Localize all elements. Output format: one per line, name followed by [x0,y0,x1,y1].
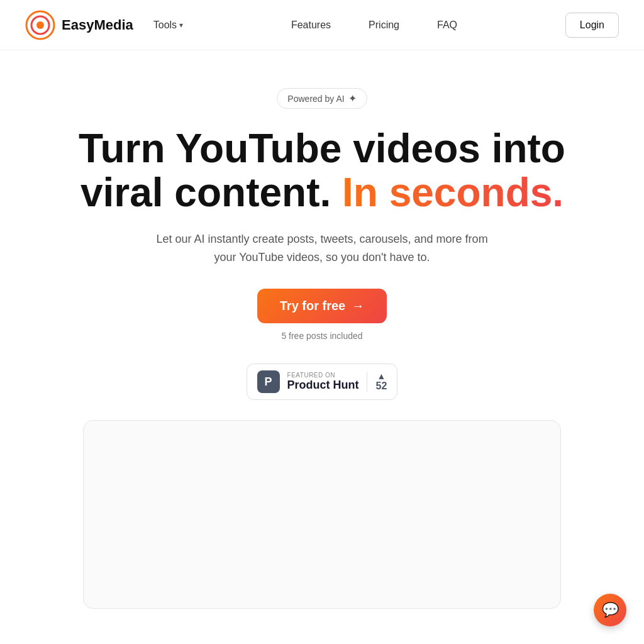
product-hunt-badge[interactable]: P FEATURED ON Product Hunt ▲ 52 [247,364,398,400]
hero-section: Powered by AI ✦ Turn YouTube videos into… [0,50,644,634]
brand-name: EasyMedia [62,17,133,33]
hero-title: Turn YouTube videos into viral content. … [79,126,565,215]
hero-title-gradient: In seconds. [331,170,564,215]
nav-pricing[interactable]: Pricing [369,19,399,31]
login-button[interactable]: Login [565,13,619,38]
chevron-down-icon: ▾ [179,21,183,30]
chat-icon: 💬 [602,602,619,618]
powered-label: Powered by AI [287,94,344,104]
try-btn-label: Try for free [280,299,345,313]
vote-count: 52 [376,380,387,392]
free-posts-label: 5 free posts included [281,331,362,341]
product-hunt-votes: ▲ 52 [367,372,387,392]
product-hunt-logo: P [257,370,280,393]
sparkle-icon: ✦ [348,92,357,104]
navbar: EasyMedia Tools ▾ Features Pricing FAQ L… [0,0,644,50]
hero-title-static: viral content. [80,170,331,215]
svg-point-2 [36,21,44,29]
nav-faq[interactable]: FAQ [437,19,457,31]
hero-subtitle: Let our AI instantly create posts, tweet… [146,230,498,267]
nav-features[interactable]: Features [291,19,331,31]
hero-title-line1: Turn YouTube videos into [79,126,565,171]
try-for-free-button[interactable]: Try for free → [257,289,387,323]
product-hunt-text: FEATURED ON Product Hunt [287,372,359,392]
product-hunt-letter: P [265,375,272,389]
nav-links: Features Pricing FAQ [291,19,457,31]
tools-label: Tools [153,19,177,31]
demo-card [83,420,561,609]
chat-button[interactable]: 💬 [594,594,626,626]
product-hunt-name: Product Hunt [287,379,359,392]
arrow-right-icon: → [352,299,364,313]
nav-left: EasyMedia Tools ▾ [25,10,183,40]
powered-badge: Powered by AI ✦ [277,88,367,109]
hero-title-line2: viral content. In seconds. [79,170,565,214]
logo-icon [25,10,55,40]
product-hunt-featured-label: FEATURED ON [287,372,359,379]
logo: EasyMedia [25,10,133,40]
upvote-arrow-icon: ▲ [377,372,386,380]
tools-menu-button[interactable]: Tools ▾ [153,19,183,31]
